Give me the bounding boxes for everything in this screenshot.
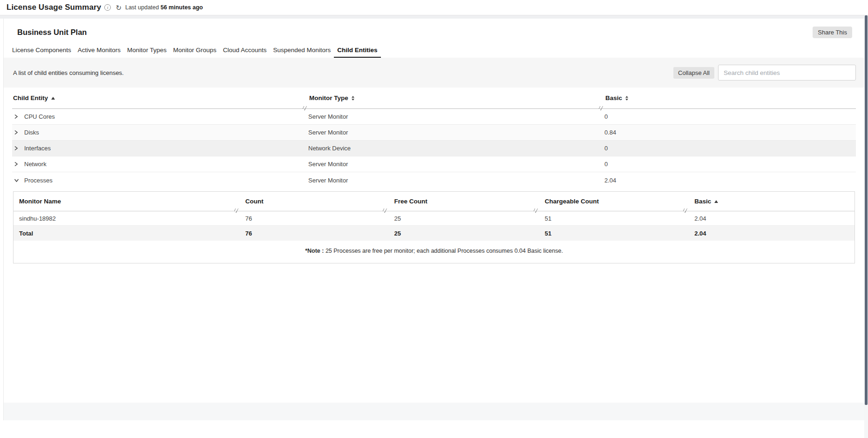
license-card: Business Unit Plan Share This License Co… (3, 19, 865, 420)
processes-detail-table: Monitor Name Count Free Count Chargeable… (13, 191, 855, 263)
column-resize-handle[interactable] (303, 106, 307, 110)
column-header-monitor-name[interactable]: Monitor Name (14, 192, 240, 211)
monitor-row[interactable]: sindhu-18982 76 25 51 2.04 (14, 211, 854, 226)
column-label: Free Count (394, 198, 427, 205)
table-row-processes[interactable]: Processes Server Monitor 2.04 (12, 172, 856, 188)
basic-value: 2.04 (689, 215, 854, 222)
column-label: Count (245, 198, 264, 205)
chevron-right-icon[interactable] (14, 130, 24, 135)
column-resize-handle[interactable] (534, 209, 538, 213)
card-header: Business Unit Plan Share This (4, 19, 864, 38)
column-resize-handle[interactable] (234, 209, 238, 213)
child-entities-description: A list of child entities consuming licen… (13, 69, 124, 76)
child-entity-name: CPU Cores (24, 113, 55, 120)
column-resize-handle[interactable] (599, 106, 603, 110)
column-header-monitor-type[interactable]: Monitor Type (308, 88, 604, 108)
column-header-free-count[interactable]: Free Count (388, 192, 539, 211)
search-input[interactable] (718, 65, 856, 81)
total-count-value: 76 (240, 230, 389, 237)
basic-value: 0 (604, 145, 856, 152)
total-basic-value: 2.04 (689, 230, 854, 237)
refresh-icon[interactable]: ↻ (115, 4, 122, 11)
sort-asc-icon (51, 97, 55, 100)
chargeable-count-value: 51 (539, 215, 689, 222)
plan-title: Business Unit Plan (17, 28, 87, 37)
chevron-right-icon[interactable] (14, 114, 24, 119)
chevron-right-icon[interactable] (14, 162, 24, 167)
tab-bar: License Components Active Monitors Monit… (4, 38, 864, 58)
monitor-type-value: Server Monitor (308, 177, 604, 184)
scrollbar-thumb[interactable] (865, 15, 868, 405)
monitor-name-value: sindhu-18982 (14, 215, 240, 222)
top-bar: License Usage Summary i ↻ Last updated 5… (0, 0, 868, 15)
tab-monitor-types[interactable]: Monitor Types (124, 45, 170, 58)
tab-license-components[interactable]: License Components (9, 45, 75, 58)
monitor-type-value: Server Monitor (308, 113, 604, 120)
basic-value: 2.04 (604, 177, 856, 184)
column-label: Basic (605, 94, 622, 101)
column-header-basic[interactable]: Basic (689, 192, 854, 211)
monitor-type-value: Network Device (308, 145, 604, 152)
column-label: Monitor Type (309, 94, 348, 101)
table-row-disks[interactable]: Disks Server Monitor 0.84 (12, 125, 856, 141)
tab-monitor-groups[interactable]: Monitor Groups (170, 45, 220, 58)
basic-value: 0.84 (604, 129, 856, 136)
table-row-network[interactable]: Network Server Monitor 0 (12, 156, 856, 172)
note-text: 25 Processes are free per monitor; each … (324, 248, 563, 254)
total-chargeable-count-value: 51 (539, 230, 689, 237)
chevron-down-icon[interactable] (14, 178, 24, 182)
table-row-interfaces[interactable]: Interfaces Network Device 0 (12, 141, 856, 156)
last-updated: Last updated 56 minutes ago (125, 4, 203, 11)
basic-value: 0 (604, 161, 856, 168)
column-header-count[interactable]: Count (240, 192, 389, 211)
child-entity-name: Disks (24, 129, 39, 136)
sort-both-icon (352, 96, 354, 101)
last-updated-value: 56 minutes ago (161, 4, 203, 11)
basic-value: 0 (604, 113, 856, 120)
last-updated-label: Last updated (125, 4, 159, 11)
tab-suspended-monitors[interactable]: Suspended Monitors (270, 45, 334, 58)
share-this-button[interactable]: Share This (813, 27, 852, 38)
child-entity-name: Processes (24, 177, 53, 184)
total-label: Total (14, 230, 240, 237)
column-header-child-entity[interactable]: Child Entity (12, 88, 308, 108)
total-free-count-value: 25 (388, 230, 539, 237)
license-note: *Note : 25 Processes are free per monito… (14, 241, 854, 263)
page-gap-strip (0, 15, 868, 19)
sort-both-icon (625, 96, 628, 101)
child-entity-name: Network (24, 161, 47, 168)
tab-cloud-accounts[interactable]: Cloud Accounts (220, 45, 270, 58)
tab-child-entities[interactable]: Child Entities (334, 45, 380, 58)
child-entity-table: Child Entity Monitor Type Basic (4, 88, 864, 188)
processes-table-header: Monitor Name Count Free Count Chargeable… (14, 192, 854, 211)
child-entity-table-header: Child Entity Monitor Type Basic (12, 88, 856, 109)
column-header-basic[interactable]: Basic (604, 88, 856, 108)
column-label: Child Entity (13, 94, 48, 101)
sort-asc-icon (714, 200, 718, 203)
monitor-type-value: Server Monitor (308, 161, 604, 168)
page-title: License Usage Summary (7, 3, 101, 12)
tab-active-monitors[interactable]: Active Monitors (75, 45, 124, 58)
total-row: Total 76 25 51 2.04 (14, 226, 854, 241)
description-band: A list of child entities consuming licen… (4, 58, 864, 88)
collapse-all-button[interactable]: Collapse All (673, 67, 714, 79)
column-resize-handle[interactable] (383, 209, 387, 213)
scrollbar[interactable] (864, 15, 868, 438)
count-value: 76 (240, 215, 389, 222)
column-resize-handle[interactable] (683, 209, 687, 213)
free-count-value: 25 (388, 215, 539, 222)
footer-strip (4, 403, 864, 420)
column-header-chargeable-count[interactable]: Chargeable Count (539, 192, 689, 211)
column-label: Monitor Name (19, 198, 61, 205)
chevron-right-icon[interactable] (14, 146, 24, 151)
child-entity-name: Interfaces (24, 145, 51, 152)
column-label: Chargeable Count (545, 198, 599, 205)
table-row-cpu-cores[interactable]: CPU Cores Server Monitor 0 (12, 109, 856, 125)
note-label: *Note : (305, 248, 324, 254)
monitor-type-value: Server Monitor (308, 129, 604, 136)
column-label: Basic (694, 198, 711, 205)
info-icon[interactable]: i (104, 4, 111, 11)
